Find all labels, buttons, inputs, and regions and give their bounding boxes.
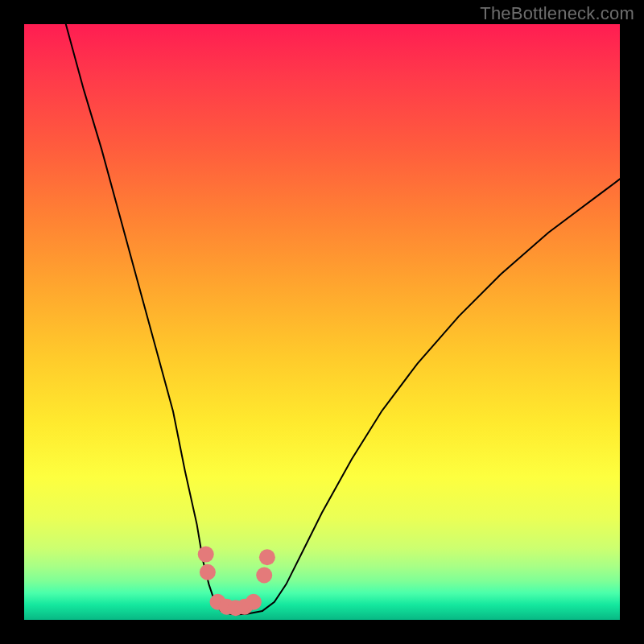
curve-right-branch (262, 179, 620, 611)
curve-right-path (262, 179, 620, 611)
curve-left-path (66, 24, 262, 614)
chart-frame: TheBottleneck.com (0, 0, 644, 644)
curve-left-branch (66, 24, 262, 614)
valley-marker-dot (256, 568, 272, 584)
valley-markers (198, 547, 275, 617)
valley-marker-dot (246, 594, 262, 610)
valley-marker-dot (198, 547, 214, 563)
watermark-label: TheBottleneck.com (480, 3, 634, 24)
valley-marker-dot (200, 564, 216, 580)
chart-svg (24, 24, 620, 620)
plot-area (24, 24, 620, 620)
valley-marker-dot (259, 549, 275, 565)
